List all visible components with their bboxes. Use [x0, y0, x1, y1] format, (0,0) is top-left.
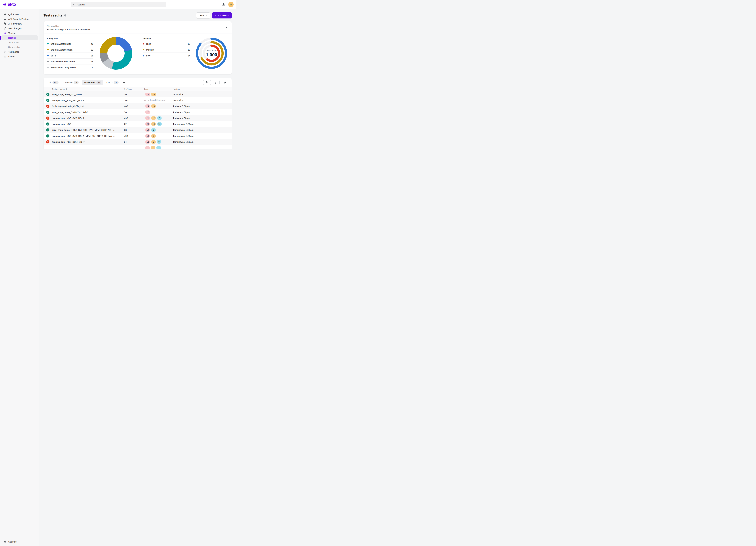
- tab[interactable]: All 120: [47, 80, 60, 85]
- test-run-name: juice_shop_demo_SMNvYYpJSXh2: [52, 111, 88, 113]
- table-row[interactable]: example.com_XSS 22 201012 Tomorrow at 5:…: [44, 121, 232, 127]
- categories-donut-chart: [100, 37, 132, 70]
- sidebar-item[interactable]: Issues: [1, 54, 38, 59]
- category-color-dot: [47, 43, 49, 44]
- sidebar-item[interactable]: API Inventory: [1, 21, 38, 26]
- status-icon: [46, 99, 49, 102]
- plus-icon: [123, 81, 125, 84]
- test-run-name: juice_shop_demo_NO_AUTH: [52, 93, 82, 96]
- total-vulns-rings-chart: Total vulns 1,000: [195, 37, 228, 70]
- learn-label: Learn: [199, 14, 204, 17]
- num-tests: 30: [124, 111, 144, 113]
- sidebar-item[interactable]: API Security Posture: [1, 17, 38, 21]
- collapse-card-button[interactable]: [225, 26, 228, 30]
- sidebar-item-icon: [4, 22, 7, 25]
- tab-count-badge: 24: [96, 81, 101, 84]
- next-run: Today at 3:00pm: [173, 105, 232, 107]
- issue-count-badge: 8: [151, 134, 156, 138]
- table-row[interactable]: juice_shop_demo_NO_AUTH 50 2416 In 35 mi…: [44, 91, 232, 97]
- num-tests: 50: [124, 93, 144, 96]
- sort-arrows-icon: [224, 81, 226, 84]
- category-value: 4: [92, 66, 93, 69]
- test-run-name: example.com_XSS_SVD_BOLA_VEM_SM_CORS_RL_…: [52, 135, 115, 137]
- num-tests: 493: [124, 135, 144, 137]
- export-results-button[interactable]: Export results: [212, 12, 232, 18]
- sidebar-item[interactable]: Results: [1, 35, 38, 40]
- table-row[interactable]: juice_shop_demo_SMNvYYpJSXh2 30 22 Today…: [44, 109, 232, 115]
- severity-row: Medium 18: [143, 47, 190, 53]
- issue-count-badge: [145, 146, 150, 149]
- table-sort-button[interactable]: [222, 80, 228, 85]
- sidebar-item-label: Tests roles: [8, 41, 19, 44]
- table-row[interactable]: juice_shop_demo_BOLA_SM_XSS_SVD_VEM_CRLF…: [44, 127, 232, 133]
- category-name: Sensitive data exposure: [51, 60, 75, 63]
- sidebar-nav: Quick Start API Security Posture API Inv…: [0, 12, 39, 149]
- issues-text: No vulnerability found: [144, 99, 166, 101]
- add-tab-button[interactable]: [122, 80, 126, 85]
- learn-button[interactable]: Learn: [196, 12, 210, 18]
- app-logo[interactable]: akto: [0, 2, 39, 7]
- issue-count-badge: 24: [145, 104, 150, 108]
- issue-count-badge: 21: [145, 116, 150, 120]
- categories-block: Categories Broken Authorization 40 Broke…: [47, 36, 93, 70]
- sidebar-item[interactable]: API Changes: [1, 26, 38, 31]
- sidebar-item-icon: [4, 50, 7, 53]
- sidebar-item[interactable]: Quick Start: [1, 12, 38, 16]
- paper-plane-logo-icon: [3, 2, 7, 7]
- sidebar-item-icon: [4, 55, 7, 58]
- sidebar-item-label: Issues: [8, 55, 15, 58]
- bell-icon: [222, 3, 225, 6]
- tabs-row: All 120 One time 76 Scheduled 24 CI/CD 2…: [44, 78, 232, 87]
- category-value: 28: [91, 54, 93, 57]
- categories-title: Categories: [47, 37, 93, 39]
- next-run: Today at 4:30pm: [173, 117, 232, 119]
- sidebar-item[interactable]: User config: [1, 45, 38, 49]
- sidebar-item-label: API Inventory: [8, 22, 22, 25]
- chevron-down-icon: [206, 14, 208, 16]
- next-run: Today at 4:00pm: [173, 111, 232, 113]
- table-row[interactable]: flash.staging.akto.io_CICD_test 400 2416…: [44, 103, 232, 109]
- issue-count-badge: [151, 146, 155, 149]
- test-run-name: flash.staging.akto.io_CICD_test: [52, 105, 84, 107]
- issue-count-badge: 2: [157, 116, 162, 120]
- status-icon: [46, 122, 49, 126]
- category-row: Broken Authorization 40: [47, 41, 93, 47]
- issue-count-badge: 10: [151, 122, 156, 126]
- next-run: In 35 mins: [173, 93, 232, 96]
- brand-name: akto: [8, 2, 16, 7]
- issue-count-badge: 18: [145, 128, 150, 132]
- global-search[interactable]: [71, 2, 166, 7]
- table-row[interactable]: [44, 145, 232, 149]
- search-input[interactable]: [77, 3, 165, 6]
- test-run-name: example.com_XSS_SQLI_SSRF: [52, 141, 85, 143]
- sidebar-item[interactable]: Testing: [1, 31, 38, 35]
- category-value: 40: [91, 42, 93, 45]
- tab[interactable]: One time 76: [62, 80, 81, 85]
- sidebar-item-label: API Changes: [8, 27, 22, 30]
- info-icon[interactable]: [64, 14, 67, 17]
- severity-row: High 12: [143, 41, 190, 47]
- tab[interactable]: CI/CD 20: [105, 80, 121, 85]
- table-refresh-button[interactable]: [213, 80, 220, 85]
- category-color-dot: [47, 55, 49, 56]
- table-row[interactable]: example.com_XSS_SVD_BOLA_VEM_SM_CORS_RL_…: [44, 133, 232, 139]
- table-row[interactable]: example.com_XSS_SVD_BOLA 100 No vulnerab…: [44, 97, 232, 103]
- sidebar-item[interactable]: Tests roles: [1, 40, 38, 45]
- column-sort-control[interactable]: [66, 88, 67, 90]
- sidebar-item[interactable]: Test Editor: [1, 49, 38, 54]
- table-row[interactable]: example.com_XSS_SVD_BOLA 493 21122 Today…: [44, 115, 232, 121]
- table-header: Test run name # of tests Issues Next run: [44, 87, 232, 91]
- notifications-button[interactable]: [222, 3, 225, 6]
- severity-title: Severity: [143, 37, 190, 39]
- total-vulns-value: 1,000: [206, 52, 217, 57]
- topbar: akto XA: [0, 0, 236, 9]
- severity-name: High: [146, 42, 151, 45]
- tab-label: Scheduled: [84, 81, 95, 84]
- tab[interactable]: Scheduled 24: [82, 80, 103, 85]
- avatar[interactable]: XA: [228, 2, 234, 7]
- table-row[interactable]: example.com_XSS_SQLI_SSRF 34 1268 Tomorr…: [44, 139, 232, 145]
- num-tests: 400: [124, 105, 144, 107]
- severity-name: Low: [146, 54, 150, 57]
- test-runs-card: All 120 One time 76 Scheduled 24 CI/CD 2…: [44, 78, 232, 149]
- table-search-filter-button[interactable]: [203, 80, 211, 85]
